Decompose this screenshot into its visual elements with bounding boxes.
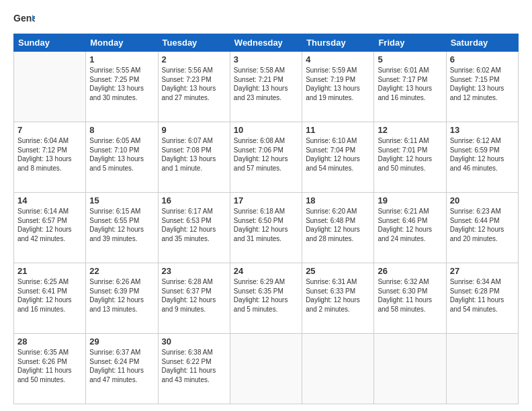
calendar-week-3: 14Sunrise: 6:14 AM Sunset: 6:57 PM Dayli… xyxy=(14,193,519,263)
calendar-cell: 29Sunrise: 6:37 AM Sunset: 6:24 PM Dayli… xyxy=(86,334,158,404)
calendar-cell: 7Sunrise: 6:04 AM Sunset: 7:12 PM Daylig… xyxy=(14,122,86,193)
day-number: 18 xyxy=(306,195,370,205)
day-number: 9 xyxy=(162,125,226,135)
day-details: Sunrise: 5:55 AM Sunset: 7:25 PM Dayligh… xyxy=(89,66,154,102)
weekday-header-sunday: Sunday xyxy=(14,34,86,52)
calendar-cell: 6Sunrise: 6:02 AM Sunset: 7:15 PM Daylig… xyxy=(446,52,518,122)
day-details: Sunrise: 6:17 AM Sunset: 6:53 PM Dayligh… xyxy=(162,207,226,243)
calendar-week-4: 21Sunrise: 6:25 AM Sunset: 6:41 PM Dayli… xyxy=(14,263,519,334)
day-number: 21 xyxy=(17,266,82,276)
calendar-cell: 1Sunrise: 5:55 AM Sunset: 7:25 PM Daylig… xyxy=(86,52,158,122)
day-number: 30 xyxy=(162,336,226,347)
svg-text:General: General xyxy=(13,13,35,24)
weekday-header-row: SundayMondayTuesdayWednesdayThursdayFrid… xyxy=(14,34,519,52)
calendar-cell: 8Sunrise: 6:05 AM Sunset: 7:10 PM Daylig… xyxy=(86,122,158,193)
calendar-cell: 26Sunrise: 6:32 AM Sunset: 6:30 PM Dayli… xyxy=(374,263,446,334)
day-number: 27 xyxy=(450,266,515,276)
day-details: Sunrise: 5:56 AM Sunset: 7:23 PM Dayligh… xyxy=(162,66,226,102)
calendar-cell: 9Sunrise: 6:07 AM Sunset: 7:08 PM Daylig… xyxy=(158,122,230,193)
calendar-cell: 4Sunrise: 5:59 AM Sunset: 7:19 PM Daylig… xyxy=(302,52,374,122)
calendar-cell xyxy=(302,334,374,404)
day-number: 19 xyxy=(378,195,442,205)
day-details: Sunrise: 6:34 AM Sunset: 6:28 PM Dayligh… xyxy=(450,277,515,314)
calendar-cell: 5Sunrise: 6:01 AM Sunset: 7:17 PM Daylig… xyxy=(374,52,446,122)
weekday-header-saturday: Saturday xyxy=(446,34,518,52)
day-details: Sunrise: 5:59 AM Sunset: 7:19 PM Dayligh… xyxy=(306,66,370,102)
day-number: 3 xyxy=(234,54,298,64)
day-details: Sunrise: 6:35 AM Sunset: 6:26 PM Dayligh… xyxy=(17,348,82,384)
day-details: Sunrise: 6:12 AM Sunset: 6:59 PM Dayligh… xyxy=(450,136,515,173)
day-details: Sunrise: 6:26 AM Sunset: 6:39 PM Dayligh… xyxy=(89,277,154,314)
calendar-cell: 12Sunrise: 6:11 AM Sunset: 7:01 PM Dayli… xyxy=(374,122,446,193)
day-number: 29 xyxy=(89,336,154,347)
calendar-cell: 2Sunrise: 5:56 AM Sunset: 7:23 PM Daylig… xyxy=(158,52,230,122)
day-details: Sunrise: 6:18 AM Sunset: 6:50 PM Dayligh… xyxy=(234,207,298,243)
header: General xyxy=(13,12,519,27)
day-details: Sunrise: 6:01 AM Sunset: 7:17 PM Dayligh… xyxy=(378,66,442,102)
day-details: Sunrise: 6:21 AM Sunset: 6:46 PM Dayligh… xyxy=(378,207,442,243)
day-number: 11 xyxy=(306,125,370,135)
day-details: Sunrise: 6:23 AM Sunset: 6:44 PM Dayligh… xyxy=(450,207,515,243)
day-number: 7 xyxy=(17,125,82,135)
day-details: Sunrise: 6:07 AM Sunset: 7:08 PM Dayligh… xyxy=(162,136,226,173)
day-number: 10 xyxy=(234,125,298,135)
day-details: Sunrise: 6:29 AM Sunset: 6:35 PM Dayligh… xyxy=(234,277,298,314)
day-number: 8 xyxy=(89,125,154,135)
day-details: Sunrise: 6:20 AM Sunset: 6:48 PM Dayligh… xyxy=(306,207,370,243)
calendar-cell: 21Sunrise: 6:25 AM Sunset: 6:41 PM Dayli… xyxy=(14,263,86,334)
weekday-header-monday: Monday xyxy=(86,34,158,52)
day-number: 24 xyxy=(234,266,298,276)
day-details: Sunrise: 6:14 AM Sunset: 6:57 PM Dayligh… xyxy=(17,207,82,243)
day-details: Sunrise: 6:32 AM Sunset: 6:30 PM Dayligh… xyxy=(378,277,442,314)
calendar-cell: 27Sunrise: 6:34 AM Sunset: 6:28 PM Dayli… xyxy=(446,263,518,334)
day-details: Sunrise: 6:08 AM Sunset: 7:06 PM Dayligh… xyxy=(234,136,298,173)
weekday-header-friday: Friday xyxy=(374,34,446,52)
day-details: Sunrise: 6:28 AM Sunset: 6:37 PM Dayligh… xyxy=(162,277,226,314)
day-number: 15 xyxy=(89,195,154,205)
day-number: 2 xyxy=(162,54,226,64)
calendar-table: SundayMondayTuesdayWednesdayThursdayFrid… xyxy=(13,34,519,404)
calendar-cell: 11Sunrise: 6:10 AM Sunset: 7:04 PM Dayli… xyxy=(302,122,374,193)
page: General SundayMondayTuesdayWednesdayThur… xyxy=(0,0,532,411)
day-details: Sunrise: 6:11 AM Sunset: 7:01 PM Dayligh… xyxy=(378,136,442,173)
calendar-week-1: 1Sunrise: 5:55 AM Sunset: 7:25 PM Daylig… xyxy=(14,52,519,122)
day-details: Sunrise: 6:10 AM Sunset: 7:04 PM Dayligh… xyxy=(306,136,370,173)
day-details: Sunrise: 6:15 AM Sunset: 6:55 PM Dayligh… xyxy=(89,207,154,243)
weekday-header-tuesday: Tuesday xyxy=(158,34,230,52)
day-number: 17 xyxy=(234,195,298,205)
day-details: Sunrise: 6:25 AM Sunset: 6:41 PM Dayligh… xyxy=(17,277,82,314)
day-number: 22 xyxy=(89,266,154,276)
calendar-cell: 16Sunrise: 6:17 AM Sunset: 6:53 PM Dayli… xyxy=(158,193,230,263)
day-details: Sunrise: 6:04 AM Sunset: 7:12 PM Dayligh… xyxy=(17,136,82,173)
day-number: 12 xyxy=(378,125,442,135)
calendar-cell xyxy=(14,52,86,122)
calendar-week-2: 7Sunrise: 6:04 AM Sunset: 7:12 PM Daylig… xyxy=(14,122,519,193)
calendar-cell: 14Sunrise: 6:14 AM Sunset: 6:57 PM Dayli… xyxy=(14,193,86,263)
logo-icon: General xyxy=(13,12,35,27)
weekday-header-thursday: Thursday xyxy=(302,34,374,52)
calendar-cell: 30Sunrise: 6:38 AM Sunset: 6:22 PM Dayli… xyxy=(158,334,230,404)
calendar-cell: 13Sunrise: 6:12 AM Sunset: 6:59 PM Dayli… xyxy=(446,122,518,193)
calendar-cell xyxy=(446,334,518,404)
day-number: 5 xyxy=(378,54,442,64)
day-number: 25 xyxy=(306,266,370,276)
calendar-week-5: 28Sunrise: 6:35 AM Sunset: 6:26 PM Dayli… xyxy=(14,334,519,404)
day-number: 6 xyxy=(450,54,515,64)
day-details: Sunrise: 6:05 AM Sunset: 7:10 PM Dayligh… xyxy=(89,136,154,173)
calendar-cell xyxy=(230,334,302,404)
day-number: 20 xyxy=(450,195,515,205)
calendar-cell: 18Sunrise: 6:20 AM Sunset: 6:48 PM Dayli… xyxy=(302,193,374,263)
weekday-header-wednesday: Wednesday xyxy=(230,34,302,52)
day-number: 4 xyxy=(306,54,370,64)
day-number: 16 xyxy=(162,195,226,205)
calendar-cell: 17Sunrise: 6:18 AM Sunset: 6:50 PM Dayli… xyxy=(230,193,302,263)
calendar-cell: 28Sunrise: 6:35 AM Sunset: 6:26 PM Dayli… xyxy=(14,334,86,404)
day-number: 1 xyxy=(89,54,154,64)
day-number: 26 xyxy=(378,266,442,276)
calendar-cell: 25Sunrise: 6:31 AM Sunset: 6:33 PM Dayli… xyxy=(302,263,374,334)
day-details: Sunrise: 6:31 AM Sunset: 6:33 PM Dayligh… xyxy=(306,277,370,314)
day-number: 13 xyxy=(450,125,515,135)
calendar-cell: 3Sunrise: 5:58 AM Sunset: 7:21 PM Daylig… xyxy=(230,52,302,122)
day-number: 28 xyxy=(17,336,82,347)
calendar-cell: 19Sunrise: 6:21 AM Sunset: 6:46 PM Dayli… xyxy=(374,193,446,263)
